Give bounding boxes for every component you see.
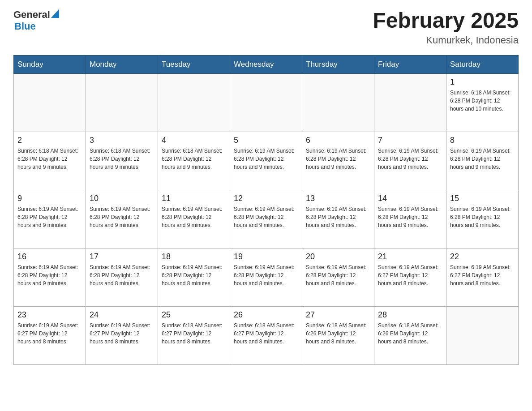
calendar-day-cell: 3Sunrise: 6:18 AM Sunset: 6:28 PM Daylig… — [86, 132, 158, 190]
calendar-day-cell: 20Sunrise: 6:19 AM Sunset: 6:28 PM Dayli… — [302, 248, 374, 306]
calendar-day-cell: 9Sunrise: 6:19 AM Sunset: 6:28 PM Daylig… — [14, 190, 86, 248]
day-number: 9 — [17, 194, 82, 203]
day-number: 16 — [17, 252, 82, 261]
day-info: Sunrise: 6:18 AM Sunset: 6:28 PM Dayligh… — [162, 147, 226, 171]
day-number: 5 — [234, 136, 298, 145]
weekday-header-sunday: Sunday — [14, 55, 86, 73]
calendar-day-cell — [374, 73, 446, 132]
weekday-header-tuesday: Tuesday — [158, 55, 230, 73]
day-info: Sunrise: 6:19 AM Sunset: 6:28 PM Dayligh… — [90, 205, 154, 229]
day-info: Sunrise: 6:19 AM Sunset: 6:28 PM Dayligh… — [450, 205, 515, 229]
calendar-week-row: 16Sunrise: 6:19 AM Sunset: 6:28 PM Dayli… — [14, 248, 519, 306]
day-number: 24 — [90, 310, 154, 320]
day-number: 7 — [378, 136, 442, 145]
day-info: Sunrise: 6:18 AM Sunset: 6:26 PM Dayligh… — [306, 321, 370, 346]
calendar-day-cell — [14, 73, 86, 132]
calendar-day-cell: 14Sunrise: 6:19 AM Sunset: 6:28 PM Dayli… — [374, 190, 446, 248]
day-number: 27 — [306, 310, 370, 320]
calendar-day-cell: 21Sunrise: 6:19 AM Sunset: 6:27 PM Dayli… — [374, 248, 446, 306]
day-number: 4 — [162, 136, 226, 145]
day-info: Sunrise: 6:18 AM Sunset: 6:26 PM Dayligh… — [378, 321, 442, 346]
calendar-day-cell: 15Sunrise: 6:19 AM Sunset: 6:28 PM Dayli… — [446, 190, 519, 248]
day-info: Sunrise: 6:19 AM Sunset: 6:28 PM Dayligh… — [306, 263, 370, 287]
day-info: Sunrise: 6:19 AM Sunset: 6:28 PM Dayligh… — [162, 263, 226, 287]
day-number: 17 — [90, 252, 154, 261]
calendar-day-cell: 11Sunrise: 6:19 AM Sunset: 6:28 PM Dayli… — [158, 190, 230, 248]
day-number: 10 — [90, 194, 154, 203]
day-info: Sunrise: 6:19 AM Sunset: 6:28 PM Dayligh… — [306, 205, 370, 229]
calendar-week-row: 1Sunrise: 6:18 AM Sunset: 6:28 PM Daylig… — [14, 73, 519, 132]
day-info: Sunrise: 6:19 AM Sunset: 6:28 PM Dayligh… — [234, 147, 298, 171]
day-number: 8 — [450, 136, 515, 145]
day-number: 14 — [378, 194, 442, 203]
day-number: 21 — [378, 252, 442, 261]
calendar-day-cell: 1Sunrise: 6:18 AM Sunset: 6:28 PM Daylig… — [446, 73, 519, 132]
day-info: Sunrise: 6:19 AM Sunset: 6:28 PM Dayligh… — [162, 205, 226, 229]
logo-blue-text: Blue — [14, 21, 36, 32]
calendar-week-row: 23Sunrise: 6:19 AM Sunset: 6:27 PM Dayli… — [14, 306, 519, 364]
day-info: Sunrise: 6:19 AM Sunset: 6:27 PM Dayligh… — [450, 263, 515, 287]
calendar-day-cell: 13Sunrise: 6:19 AM Sunset: 6:28 PM Dayli… — [302, 190, 374, 248]
calendar-day-cell: 5Sunrise: 6:19 AM Sunset: 6:28 PM Daylig… — [230, 132, 302, 190]
calendar-day-cell — [86, 73, 158, 132]
day-number: 1 — [450, 77, 515, 87]
calendar-day-cell: 27Sunrise: 6:18 AM Sunset: 6:26 PM Dayli… — [302, 306, 374, 364]
calendar-day-cell: 6Sunrise: 6:19 AM Sunset: 6:28 PM Daylig… — [302, 132, 374, 190]
weekday-header-thursday: Thursday — [302, 55, 374, 73]
day-info: Sunrise: 6:19 AM Sunset: 6:28 PM Dayligh… — [17, 263, 82, 287]
day-info: Sunrise: 6:19 AM Sunset: 6:27 PM Dayligh… — [17, 321, 82, 346]
calendar-day-cell — [230, 73, 302, 132]
logo-triangle-icon — [51, 9, 59, 18]
day-info: Sunrise: 6:19 AM Sunset: 6:27 PM Dayligh… — [378, 263, 442, 287]
weekday-header-friday: Friday — [374, 55, 446, 73]
calendar-day-cell: 8Sunrise: 6:19 AM Sunset: 6:28 PM Daylig… — [446, 132, 519, 190]
calendar-day-cell: 22Sunrise: 6:19 AM Sunset: 6:27 PM Dayli… — [446, 248, 519, 306]
calendar-week-row: 9Sunrise: 6:19 AM Sunset: 6:28 PM Daylig… — [14, 190, 519, 248]
day-info: Sunrise: 6:18 AM Sunset: 6:28 PM Dayligh… — [90, 147, 154, 171]
day-info: Sunrise: 6:19 AM Sunset: 6:28 PM Dayligh… — [378, 147, 442, 171]
weekday-header-saturday: Saturday — [446, 55, 519, 73]
day-number: 18 — [162, 252, 226, 261]
calendar-day-cell: 19Sunrise: 6:19 AM Sunset: 6:28 PM Dayli… — [230, 248, 302, 306]
calendar-day-cell — [446, 306, 519, 364]
calendar-day-cell: 17Sunrise: 6:19 AM Sunset: 6:28 PM Dayli… — [86, 248, 158, 306]
logo: General Blue — [13, 9, 59, 32]
calendar-day-cell: 28Sunrise: 6:18 AM Sunset: 6:26 PM Dayli… — [374, 306, 446, 364]
day-info: Sunrise: 6:18 AM Sunset: 6:28 PM Dayligh… — [450, 89, 515, 113]
day-number: 11 — [162, 194, 226, 203]
day-info: Sunrise: 6:19 AM Sunset: 6:28 PM Dayligh… — [234, 263, 298, 287]
calendar-day-cell: 23Sunrise: 6:19 AM Sunset: 6:27 PM Dayli… — [14, 306, 86, 364]
logo-general-text: General — [13, 9, 50, 21]
day-number: 13 — [306, 194, 370, 203]
day-info: Sunrise: 6:19 AM Sunset: 6:27 PM Dayligh… — [90, 321, 154, 346]
calendar-day-cell: 25Sunrise: 6:18 AM Sunset: 6:27 PM Dayli… — [158, 306, 230, 364]
calendar-day-cell: 2Sunrise: 6:18 AM Sunset: 6:28 PM Daylig… — [14, 132, 86, 190]
page-header: General Blue February 2025 Kumurkek, Ind… — [13, 9, 519, 46]
calendar-day-cell: 7Sunrise: 6:19 AM Sunset: 6:28 PM Daylig… — [374, 132, 446, 190]
calendar-day-cell: 18Sunrise: 6:19 AM Sunset: 6:28 PM Dayli… — [158, 248, 230, 306]
day-info: Sunrise: 6:19 AM Sunset: 6:28 PM Dayligh… — [90, 263, 154, 287]
calendar-week-row: 2Sunrise: 6:18 AM Sunset: 6:28 PM Daylig… — [14, 132, 519, 190]
day-number: 2 — [17, 136, 82, 145]
day-info: Sunrise: 6:19 AM Sunset: 6:28 PM Dayligh… — [450, 147, 515, 171]
calendar-day-cell: 12Sunrise: 6:19 AM Sunset: 6:28 PM Dayli… — [230, 190, 302, 248]
weekday-header-row: SundayMondayTuesdayWednesdayThursdayFrid… — [14, 55, 519, 73]
day-number: 20 — [306, 252, 370, 261]
svg-marker-0 — [51, 9, 59, 18]
day-number: 26 — [234, 310, 298, 320]
day-number: 28 — [378, 310, 442, 320]
day-info: Sunrise: 6:19 AM Sunset: 6:28 PM Dayligh… — [306, 147, 370, 171]
day-info: Sunrise: 6:18 AM Sunset: 6:27 PM Dayligh… — [234, 321, 298, 346]
calendar-day-cell — [302, 73, 374, 132]
day-info: Sunrise: 6:19 AM Sunset: 6:28 PM Dayligh… — [378, 205, 442, 229]
calendar-day-cell: 26Sunrise: 6:18 AM Sunset: 6:27 PM Dayli… — [230, 306, 302, 364]
weekday-header-wednesday: Wednesday — [230, 55, 302, 73]
calendar-day-cell — [158, 73, 230, 132]
calendar-day-cell: 24Sunrise: 6:19 AM Sunset: 6:27 PM Dayli… — [86, 306, 158, 364]
day-number: 15 — [450, 194, 515, 203]
day-number: 12 — [234, 194, 298, 203]
calendar-day-cell: 16Sunrise: 6:19 AM Sunset: 6:28 PM Dayli… — [14, 248, 86, 306]
day-number: 23 — [17, 310, 82, 320]
day-number: 19 — [234, 252, 298, 261]
day-number: 22 — [450, 252, 515, 261]
